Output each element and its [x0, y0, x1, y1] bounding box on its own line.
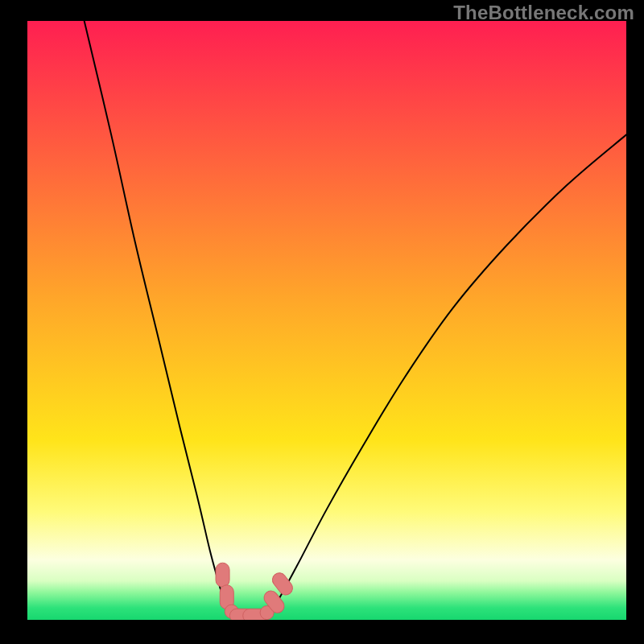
svg-rect-1: [216, 563, 229, 587]
chart-frame: TheBottleneck.com: [0, 0, 644, 644]
svg-rect-0: [27, 21, 626, 620]
chart-svg: [27, 21, 626, 620]
chart-plot-area: [27, 21, 626, 620]
